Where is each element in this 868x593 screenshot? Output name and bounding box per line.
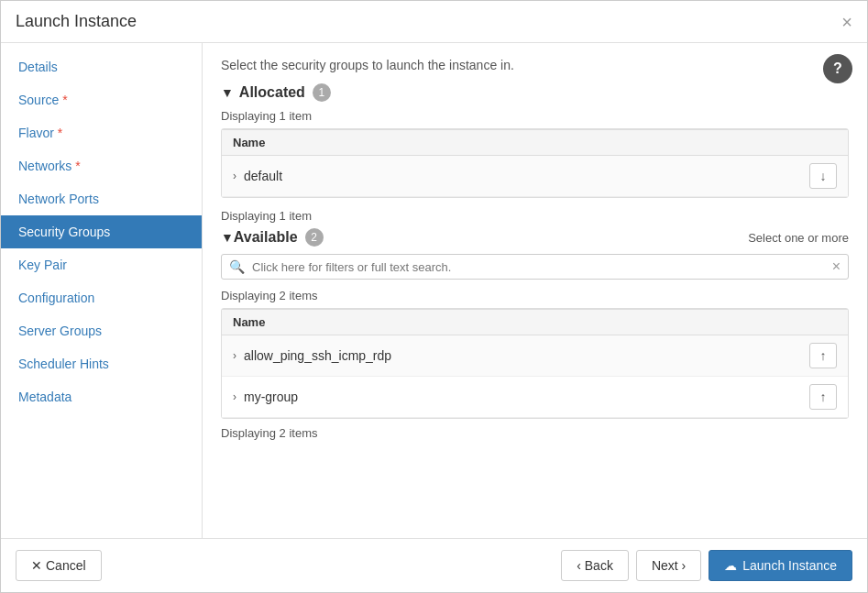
- available-section-header: ▼ Available 2 Select one or more: [221, 228, 849, 247]
- instruction-text: Select the security groups to launch the…: [221, 58, 849, 72]
- allocated-title: Allocated: [239, 84, 305, 101]
- sidebar-item-details[interactable]: Details: [1, 50, 202, 83]
- allocated-column-header: Name: [222, 129, 848, 156]
- available-chevron[interactable]: ▼: [221, 230, 234, 245]
- available-row-1: › my-group ↑: [222, 377, 848, 418]
- sidebar: Details Source * Flavor * Networks * Net…: [1, 43, 203, 538]
- cancel-label: Cancel: [46, 558, 86, 573]
- sidebar-item-key-pair[interactable]: Key Pair: [1, 248, 202, 281]
- cancel-icon: ✕: [31, 558, 42, 573]
- help-button[interactable]: ?: [823, 54, 852, 83]
- sidebar-item-server-groups[interactable]: Server Groups: [1, 314, 202, 347]
- available-move-up-button-0[interactable]: ↑: [809, 343, 837, 368]
- search-box: 🔍 ×: [221, 254, 849, 280]
- available-move-up-button-1[interactable]: ↑: [809, 384, 837, 410]
- allocated-section-header: ▼ Allocated 1: [221, 83, 849, 102]
- launch-instance-modal: Launch Instance × Details Source * Flavo…: [0, 0, 868, 593]
- modal-title: Launch Instance: [16, 12, 137, 31]
- allocated-displaying-top: Displaying 1 item: [221, 109, 849, 123]
- allocated-badge: 1: [313, 83, 331, 102]
- available-item-name-1: my-group: [244, 390, 809, 404]
- launch-label: Launch Instance: [742, 558, 837, 573]
- sidebar-item-network-ports[interactable]: Network Ports: [1, 182, 202, 215]
- footer-right: ‹ Back Next › ☁ Launch Instance: [561, 550, 852, 581]
- row-expand-icon-1[interactable]: ›: [233, 390, 236, 403]
- search-input[interactable]: [252, 260, 832, 274]
- sidebar-item-configuration[interactable]: Configuration: [1, 281, 202, 314]
- available-item-name-0: allow_ping_ssh_icmp_rdp: [244, 348, 809, 363]
- launch-instance-button[interactable]: ☁ Launch Instance: [709, 550, 852, 581]
- allocated-displaying-bottom: Displaying 1 item: [221, 209, 849, 223]
- allocated-chevron[interactable]: ▼: [221, 85, 234, 100]
- available-displaying-top: Displaying 2 items: [221, 289, 849, 302]
- available-title: Available: [234, 229, 298, 246]
- modal-header: Launch Instance ×: [1, 1, 867, 43]
- allocated-item-name: default: [244, 169, 809, 183]
- sidebar-item-flavor[interactable]: Flavor *: [1, 116, 202, 149]
- close-button[interactable]: ×: [841, 13, 852, 31]
- modal-footer: ✕ Cancel ‹ Back Next › ☁ Launch Instance: [1, 538, 867, 592]
- available-displaying-bottom: Displaying 2 items: [221, 426, 849, 440]
- select-hint: Select one or more: [748, 231, 849, 245]
- footer-left: ✕ Cancel: [16, 550, 102, 581]
- available-badge: 2: [305, 228, 324, 247]
- allocated-row-default: › default ↓: [222, 156, 848, 197]
- row-expand-icon-0[interactable]: ›: [233, 349, 236, 362]
- allocated-move-down-button[interactable]: ↓: [809, 163, 837, 189]
- available-column-header: Name: [222, 309, 848, 335]
- search-clear-icon[interactable]: ×: [832, 258, 841, 275]
- main-content: ? Select the security groups to launch t…: [203, 43, 867, 538]
- sidebar-item-scheduler-hints[interactable]: Scheduler Hints: [1, 347, 202, 380]
- back-button[interactable]: ‹ Back: [561, 550, 629, 581]
- row-expand-icon[interactable]: ›: [233, 170, 236, 182]
- sidebar-item-security-groups[interactable]: Security Groups: [1, 215, 202, 248]
- modal-body: Details Source * Flavor * Networks * Net…: [1, 43, 867, 538]
- sidebar-item-source[interactable]: Source *: [1, 83, 202, 116]
- cancel-button[interactable]: ✕ Cancel: [16, 550, 102, 581]
- sidebar-item-networks[interactable]: Networks *: [1, 149, 202, 182]
- available-row-0: › allow_ping_ssh_icmp_rdp ↑: [222, 335, 848, 377]
- search-icon: 🔍: [229, 259, 245, 274]
- launch-icon: ☁: [724, 558, 737, 573]
- next-button[interactable]: Next ›: [636, 550, 701, 581]
- sidebar-item-metadata[interactable]: Metadata: [1, 380, 202, 413]
